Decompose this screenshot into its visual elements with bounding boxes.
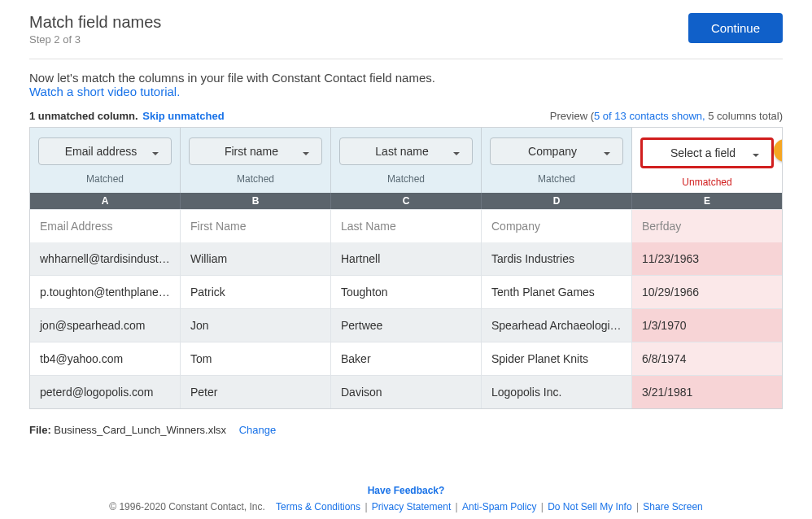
chevron-down-icon (151, 147, 159, 155)
column-letter: D (482, 193, 632, 209)
table-cell: 11/23/1963 (632, 242, 782, 275)
table-cell: Logopolis Inc. (482, 376, 632, 408)
page-title: Match field names (29, 13, 161, 32)
table-row: tb4@yahoo.comTomBakerSpider Planet Knits… (30, 342, 782, 375)
table-row: peterd@logopolis.comPeterDavisonLogopoli… (30, 375, 782, 408)
video-tutorial-link[interactable]: Watch a short video tutorial. (29, 85, 180, 98)
copyright: © 1996-2020 Constant Contact, Inc. (109, 501, 265, 512)
source-header: Email Address (30, 210, 181, 242)
table-cell: Patrick (181, 276, 331, 308)
match-status: Matched (490, 173, 623, 185)
field-select-label: Company (502, 145, 603, 158)
table-cell: p.toughton@tenthplanet.com (30, 276, 181, 308)
preview-summary: Preview (5 of 13 contacts shown, 5 colum… (550, 110, 783, 122)
column-letter: C (331, 193, 482, 209)
table-row: whharnell@tardisindustries...WilliamHart… (30, 242, 782, 275)
file-label: File: (29, 424, 51, 436)
match-status: Matched (339, 173, 473, 185)
table-cell: jon@spearhead.com (30, 309, 181, 342)
match-status: Matched (189, 173, 322, 185)
table-cell: 10/29/1966 (632, 276, 782, 308)
table-row: jon@spearhead.comJonPertweeSpearhead Arc… (30, 308, 782, 342)
source-header: First Name (181, 210, 331, 242)
source-header: Berfday (632, 210, 782, 242)
table-cell: Spearhead Archaeological S... (482, 309, 632, 342)
field-select-d[interactable]: Company (490, 137, 623, 165)
table-cell: 1/3/1970 (632, 309, 782, 342)
continue-button[interactable]: Continue (688, 13, 783, 43)
table-cell: Tom (181, 342, 331, 375)
chevron-down-icon (752, 149, 760, 157)
table-cell: tb4@yahoo.com (30, 342, 181, 375)
column-mapping-b: First nameMatched (181, 128, 331, 193)
column-letter: B (181, 193, 331, 209)
source-header: Last Name (331, 210, 482, 242)
field-select-label: First name (201, 145, 302, 158)
footer-link[interactable]: Share Screen (643, 501, 702, 512)
intro-text: Now let's match the columns in your file… (29, 71, 783, 85)
footer-link[interactable]: Privacy Statement (372, 501, 451, 512)
column-letter: E (632, 193, 782, 209)
match-status: Unmatched (640, 177, 774, 188)
field-select-label: Email address (50, 145, 151, 158)
table-cell: Spider Planet Knits (482, 342, 632, 375)
table-cell: 6/8/1974 (632, 342, 782, 375)
callout-badge: 6 (774, 139, 783, 162)
table-cell: Jon (181, 309, 331, 342)
field-match-table: Email addressMatchedFirst nameMatchedLas… (29, 127, 783, 409)
table-cell: whharnell@tardisindustries... (30, 242, 181, 275)
file-name: Business_Card_Lunch_Winners.xlsx (54, 424, 226, 436)
footer-link[interactable]: Terms & Conditions (276, 501, 360, 512)
table-cell: Tenth Planet Games (482, 276, 632, 308)
skip-unmatched-link[interactable]: Skip unmatched (142, 110, 224, 122)
table-cell: Pertwee (331, 309, 482, 342)
table-cell: William (181, 242, 331, 275)
table-cell: 3/21/1981 (632, 376, 782, 408)
chevron-down-icon (452, 147, 461, 155)
field-select-b[interactable]: First name (189, 137, 322, 165)
column-mapping-e: Select a fieldUnmatched6 (632, 128, 782, 193)
preview-count-link[interactable]: 5 of 13 contacts shown, (594, 110, 705, 122)
table-row: p.toughton@tenthplanet.comPatrickToughto… (30, 275, 782, 308)
column-mapping-a: Email addressMatched (30, 128, 181, 193)
match-status: Matched (38, 173, 172, 185)
field-select-c[interactable]: Last name (339, 137, 473, 165)
source-header: Company (482, 210, 632, 242)
table-cell: peterd@logopolis.com (30, 376, 181, 408)
table-cell: Tardis Industries (482, 242, 632, 275)
column-letter: A (30, 193, 181, 209)
table-cell: Peter (181, 376, 331, 408)
column-mapping-d: CompanyMatched (482, 128, 632, 193)
table-cell: Toughton (331, 276, 482, 308)
unmatched-count: 1 unmatched column. (29, 110, 138, 122)
footer-link[interactable]: Anti-Spam Policy (462, 501, 536, 512)
column-mapping-c: Last nameMatched (331, 128, 482, 193)
feedback-link[interactable]: Have Feedback? (29, 485, 783, 496)
field-select-label: Last name (351, 145, 452, 158)
table-cell: Hartnell (331, 242, 482, 275)
field-select-a[interactable]: Email address (38, 137, 172, 165)
table-cell: Baker (331, 342, 482, 375)
table-cell: Davison (331, 376, 482, 408)
chevron-down-icon (302, 147, 310, 155)
field-select-e[interactable]: Select a field (640, 137, 774, 168)
footer-link[interactable]: Do Not Sell My Info (548, 501, 631, 512)
step-indicator: Step 2 of 3 (29, 33, 161, 46)
field-select-label: Select a field (654, 146, 752, 159)
change-file-link[interactable]: Change (239, 424, 277, 436)
chevron-down-icon (603, 147, 611, 155)
